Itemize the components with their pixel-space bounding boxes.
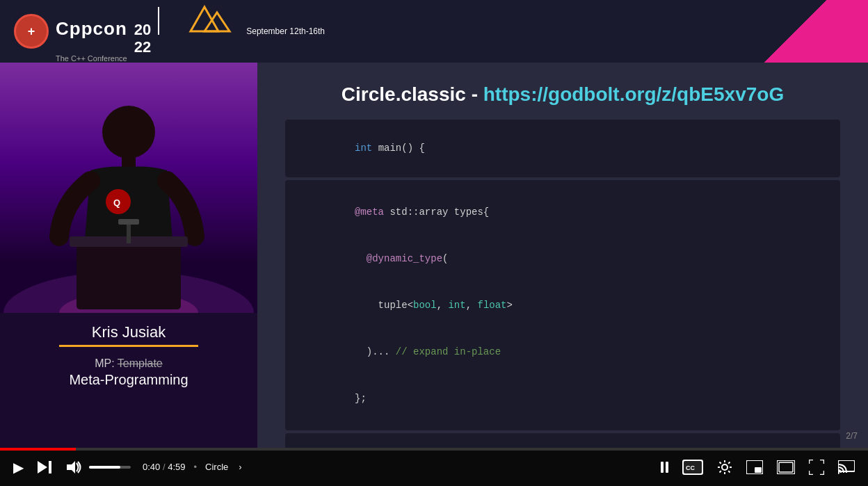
pause-icon — [661, 462, 668, 473]
code-block-1: @meta std::array types{ @dynamic_type( t… — [285, 180, 840, 430]
volume-fill — [89, 466, 120, 469]
miniplayer-button[interactable] — [744, 457, 766, 477]
cppcon-brand: Cppcon — [56, 18, 127, 40]
svg-marker-15 — [67, 461, 75, 473]
theater-icon — [777, 460, 795, 474]
svg-rect-7 — [77, 240, 181, 309]
theater-button[interactable] — [774, 457, 798, 477]
progress-fill — [0, 448, 76, 451]
dot-separator: • — [193, 462, 197, 472]
code-line: @dynamic_type( — [296, 235, 829, 282]
play-button[interactable]: ▶ — [10, 456, 26, 478]
svg-rect-12 — [118, 219, 139, 225]
settings-icon — [717, 460, 732, 475]
left-panel: Q Kris Jusiak MP: Template Meta-Programm… — [0, 63, 257, 448]
right-controls: CC — [658, 457, 858, 478]
code-line: )... // expand in-place — [296, 329, 829, 375]
total-duration: 4:59 — [168, 462, 185, 472]
fullscreen-button[interactable] — [806, 457, 827, 478]
slide-title-link[interactable]: https://godbolt.org/z/qbE5xv7oG — [483, 83, 784, 105]
cppcon-logo-icon: + — [14, 14, 49, 49]
miniplayer-icon — [746, 460, 763, 474]
svg-marker-0 — [191, 7, 218, 31]
code-block-outer-open: int main() { — [285, 120, 840, 177]
current-time: 0:40 — [143, 462, 160, 472]
year-top: 20 — [134, 22, 151, 38]
svg-rect-14 — [49, 461, 51, 473]
chapter-text: Circle — [205, 462, 228, 472]
speaker-silhouette: Q — [0, 63, 257, 313]
speaker-image: Q — [0, 63, 257, 313]
svg-point-5 — [102, 106, 155, 159]
time-display: 0:40 / 4:59 — [143, 462, 185, 472]
talk-label: MP: Template — [14, 357, 243, 370]
slide-title: Circle.classic - https://godbolt.org/z/q… — [285, 83, 840, 106]
volume-bar[interactable] — [89, 466, 131, 469]
code-line: tuple<bool, int, float> — [296, 282, 829, 329]
speaker-name: Kris Jusiak — [14, 323, 243, 341]
code-line: int main() { — [296, 125, 829, 172]
pause-button[interactable] — [658, 459, 671, 476]
fullscreen-icon — [809, 460, 824, 475]
svg-text:CC: CC — [686, 464, 695, 471]
chapter-arrow: › — [239, 462, 241, 472]
settings-button[interactable] — [714, 457, 735, 478]
control-bar: ▶ 0:40 / 4:59 • Circle › — [0, 448, 868, 486]
header: + Cppcon 20 22 The C++ Conference — [0, 0, 868, 63]
cppcon-text: Cppcon 20 22 The C++ Conference — [56, 0, 232, 62]
captions-button[interactable]: CC — [680, 457, 706, 478]
speaker-info: Kris Jusiak MP: Template Meta-Programmin… — [0, 313, 257, 398]
slide-container: Circle.classic - https://godbolt.org/z/q… — [257, 63, 868, 448]
cast-button[interactable] — [835, 457, 858, 477]
cppcon-title: Cppcon 20 22 — [56, 0, 232, 55]
svg-point-19 — [722, 464, 728, 470]
captions-icon: CC — [682, 460, 703, 475]
conference-date: September 12th-16th — [246, 26, 325, 36]
svg-text:Q: Q — [113, 197, 120, 208]
year-divider — [158, 7, 159, 35]
slide-number: 2/7 — [846, 431, 858, 441]
volume-button[interactable] — [64, 458, 85, 476]
year-bottom: 22 — [134, 39, 151, 56]
svg-rect-21 — [755, 467, 762, 473]
code-line: }; — [296, 375, 829, 422]
logo-area: + Cppcon 20 22 The C++ Conference — [14, 0, 325, 62]
svg-rect-23 — [779, 462, 793, 472]
code-line: @meta std::array types{ — [296, 188, 829, 235]
right-panel: Circle.classic - https://godbolt.org/z/q… — [257, 63, 868, 448]
cppcon-subtitle: The C++ Conference — [56, 54, 232, 63]
skip-icon — [38, 461, 53, 473]
volume-icon — [67, 461, 82, 473]
play-icon: ▶ — [13, 459, 24, 476]
mountain-logo — [177, 0, 232, 38]
svg-marker-13 — [38, 461, 47, 473]
cast-icon — [838, 460, 855, 474]
skip-button[interactable] — [35, 458, 56, 476]
svg-rect-11 — [127, 222, 131, 243]
pink-corner-decoration — [757, 0, 868, 63]
talk-title: Meta-Programming — [14, 372, 243, 388]
volume-area — [64, 458, 131, 476]
main-content: Q Kris Jusiak MP: Template Meta-Programm… — [0, 63, 868, 448]
name-underline — [59, 345, 198, 347]
progress-bar[interactable] — [0, 448, 868, 451]
